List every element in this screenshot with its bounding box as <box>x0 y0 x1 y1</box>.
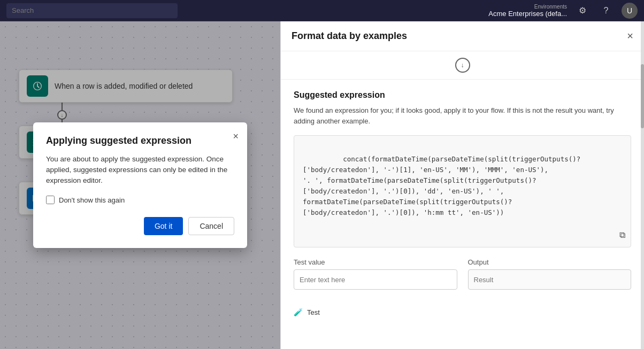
panel-arrow-icon: ↓ <box>461 61 464 69</box>
panel-content: ↓ Suggested expression We found an expre… <box>281 51 644 349</box>
dont-show-label[interactable]: Don't show this again <box>59 196 125 204</box>
expression-box: concat(formatDateTime(parseDateTime(spli… <box>294 135 631 247</box>
dont-show-checkbox[interactable] <box>46 196 55 204</box>
avatar-letter: U <box>627 6 632 15</box>
section-desc: We found an expression for you; if it lo… <box>294 105 631 127</box>
panel-title: Format data by examples <box>292 30 407 42</box>
output-col: Output <box>468 258 632 290</box>
top-bar-right: Environments Acme Enterprises (defa... ⚙… <box>488 3 638 19</box>
environment-label: Environments <box>488 4 567 10</box>
gear-button[interactable]: ⚙ <box>574 3 591 19</box>
search-input[interactable] <box>6 3 178 18</box>
modal-dialog: Applying suggested expression × You are … <box>33 122 247 249</box>
panel-arrow-area: ↓ <box>281 51 644 80</box>
test-value-input[interactable] <box>294 269 457 290</box>
test-row: Test value Output <box>294 258 631 290</box>
suggested-section: Suggested expression We found an express… <box>281 80 644 308</box>
modal-overlay: Applying suggested expression × You are … <box>0 21 280 349</box>
scrollbar-thumb[interactable] <box>641 64 644 128</box>
test-value-col: Test value <box>294 258 457 290</box>
test-btn-row: 🧪 Test <box>281 308 644 327</box>
help-button[interactable]: ? <box>598 3 614 19</box>
gear-icon: ⚙ <box>579 5 586 15</box>
panel-close-button[interactable]: × <box>627 30 633 42</box>
environment-name: Acme Enterprises (defa... <box>488 10 567 18</box>
modal-title: Applying suggested expression <box>46 135 234 146</box>
copy-icon[interactable]: ⧉ <box>619 228 625 242</box>
top-bar-left <box>6 3 178 18</box>
test-flask-icon: 🧪 <box>294 308 303 316</box>
flow-canvas: When a row is added, modified or deleted… <box>0 21 280 349</box>
modal-body-text: You are about to apply the suggested exp… <box>46 154 234 187</box>
modal-buttons: Got it Cancel <box>46 217 234 235</box>
test-value-label: Test value <box>294 258 457 266</box>
panel-arrow-circle: ↓ <box>455 58 470 73</box>
test-button[interactable]: Test <box>307 308 320 316</box>
right-panel: Format data by examples × ↓ Suggested ex… <box>280 21 644 349</box>
environment-info: Environments Acme Enterprises (defa... <box>488 4 567 18</box>
top-bar: Environments Acme Enterprises (defa... ⚙… <box>0 0 644 21</box>
avatar[interactable]: U <box>622 3 638 19</box>
scrollbar[interactable] <box>641 21 644 349</box>
output-label: Output <box>468 258 632 266</box>
result-input[interactable] <box>468 269 632 290</box>
cancel-button[interactable]: Cancel <box>188 217 234 235</box>
modal-close-button[interactable]: × <box>233 131 239 142</box>
expression-code: concat(formatDateTime(parseDateTime(spli… <box>303 155 580 216</box>
help-icon: ? <box>604 6 609 15</box>
modal-checkbox-row: Don't show this again <box>46 196 234 204</box>
main-area: When a row is added, modified or deleted… <box>0 21 644 349</box>
panel-header: Format data by examples × <box>281 21 644 51</box>
got-it-button[interactable]: Got it <box>144 217 183 235</box>
section-title: Suggested expression <box>294 90 631 100</box>
